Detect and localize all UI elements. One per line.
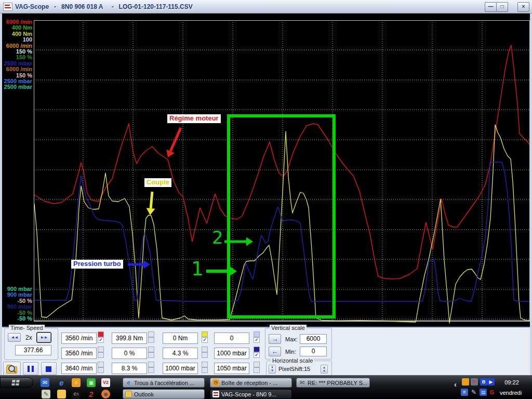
channel-color-swatch bbox=[98, 347, 104, 352]
channel-color-swatch bbox=[202, 331, 208, 337]
rosstech-icon bbox=[212, 391, 219, 397]
tray-clock-icon[interactable] bbox=[462, 378, 469, 385]
start-button[interactable] bbox=[0, 377, 33, 388]
tray-expand-chevron[interactable]: ‹ bbox=[454, 380, 457, 389]
channel-visible-checkbox[interactable] bbox=[202, 352, 208, 358]
left-axis-max-labels: 6000 /min400 Nm400 Nm1006000 /min150 %15… bbox=[2, 19, 32, 90]
command-prompt-icon[interactable]: C:\ bbox=[72, 390, 81, 398]
channel-axis-label: -50 % bbox=[2, 316, 32, 322]
channel-color-swatch bbox=[98, 362, 104, 367]
channel-visible-checkbox[interactable]: ✓ bbox=[98, 337, 104, 343]
notes-icon[interactable]: ✎ bbox=[42, 390, 50, 398]
taskbar-button-boite-reception[interactable]: ◷ Boîte de réception - ... bbox=[210, 378, 292, 388]
readout-pct-3: 4.3 % bbox=[163, 348, 198, 359]
pixelshift-increase-button[interactable]: ▲ ▲ bbox=[321, 365, 328, 374]
tray-network-error-icon[interactable]: ✕ bbox=[471, 378, 478, 385]
readout-misc: 0 bbox=[214, 332, 249, 344]
channel-axis-label: 100 bbox=[2, 37, 32, 43]
firefox-icon[interactable]: ◉ bbox=[101, 390, 110, 398]
channel-color-swatch bbox=[254, 362, 260, 367]
readout-mbar-2: 1000 mbar bbox=[214, 348, 249, 359]
channel-axis-label: 900 mbar bbox=[2, 304, 32, 310]
channel-visible-checkbox[interactable] bbox=[202, 367, 208, 373]
channel-visible-checkbox[interactable] bbox=[98, 352, 104, 358]
channel-color-swatch bbox=[148, 347, 154, 352]
maximize-button[interactable]: □ bbox=[496, 2, 508, 12]
acrobat2-icon[interactable]: 2 bbox=[87, 390, 96, 398]
vcds-clock-icon[interactable]: ○ bbox=[72, 378, 81, 387]
pause-button[interactable] bbox=[23, 362, 38, 375]
tray-bluetooth-icon[interactable]: B bbox=[480, 378, 487, 385]
channel-visible-checkbox[interactable] bbox=[148, 352, 154, 358]
taskbar-button-vag-scope[interactable]: VAG-Scope - 8N0 9... bbox=[210, 389, 292, 399]
channel-color-swatch bbox=[254, 331, 260, 337]
forward-button[interactable]: ►► bbox=[37, 332, 51, 342]
min-label: Min: bbox=[285, 349, 296, 355]
pixelshift-decrease-button[interactable]: ▼ ▼ bbox=[269, 365, 276, 374]
channel-axis-label: 2500 mbar bbox=[2, 84, 32, 90]
tray-layers-icon[interactable]: ≡ bbox=[461, 389, 468, 396]
min-value-field[interactable]: 0 bbox=[300, 347, 327, 356]
close-button[interactable]: × bbox=[517, 2, 529, 12]
taskbar-button-re-mail[interactable]: ✉ RE: *** PROBABLY S... bbox=[296, 378, 370, 388]
stop-button[interactable] bbox=[41, 362, 57, 375]
readout-g3-rpm: 3640 /min bbox=[61, 363, 97, 374]
clock-app-icon: ◷ bbox=[212, 379, 219, 386]
readout-torque: 399.8 Nm bbox=[112, 332, 147, 344]
taskbar-button-trous[interactable]: e Trous à l'accélération ... bbox=[123, 378, 205, 388]
window-title: VAG-Scope - 8N0 906 018 A - LOG-01-120-1… bbox=[15, 3, 193, 10]
taskbar-button-outlook[interactable]: Outlook bbox=[123, 389, 205, 399]
virtualdub-icon[interactable]: V2 bbox=[101, 378, 110, 387]
scale-left-arrow-button[interactable]: ← bbox=[269, 347, 281, 356]
channel-axis-label: 6000 /min bbox=[2, 66, 32, 72]
scale-right-arrow-button[interactable]: → bbox=[269, 334, 281, 344]
clock-time: 09:22 bbox=[495, 379, 529, 385]
windows-flag-icon bbox=[11, 380, 20, 385]
channel-visible-checkbox[interactable] bbox=[254, 367, 260, 373]
control-panel: Time- Speed ◄◄ 2x ►► 377.66 3560 /min 35… bbox=[2, 326, 530, 375]
channel-visible-checkbox[interactable]: ✓ bbox=[254, 352, 260, 358]
minimize-button[interactable]: — bbox=[485, 2, 497, 12]
outlook-express-icon[interactable]: ✉ bbox=[41, 378, 49, 387]
internet-explorer-icon[interactable]: e bbox=[57, 378, 66, 387]
vag-scope-window: VAG-Scope - 8N0 906 018 A - LOG-01-120-1… bbox=[0, 0, 532, 399]
speed-value: 2x bbox=[25, 334, 32, 341]
mail-icon: ✉ bbox=[299, 379, 305, 386]
horizontal-scale-group: Horizontal scale ▼ ▼ PixelShift:15 ▲ ▲ bbox=[266, 361, 332, 377]
readout-g2-rpm: 3560 /min bbox=[61, 348, 97, 359]
readout-pct-2: 8.3 % bbox=[112, 363, 147, 374]
internet-explorer-icon: e bbox=[125, 379, 132, 386]
max-label: Max: bbox=[285, 336, 298, 342]
rewind-button[interactable]: ◄◄ bbox=[8, 333, 21, 342]
channel-color-swatch bbox=[202, 362, 208, 367]
channel-visible-checkbox[interactable]: ✓ bbox=[254, 337, 260, 343]
vertical-scale-label: Vertical scale bbox=[270, 325, 307, 331]
folder-icon bbox=[125, 391, 132, 397]
channel-visible-checkbox[interactable] bbox=[148, 367, 154, 373]
channel-visible-checkbox[interactable]: ✓ bbox=[202, 337, 208, 343]
time-speed-group: Time- Speed ◄◄ 2x ►► 377.66 bbox=[4, 328, 58, 360]
stop-icon bbox=[46, 366, 51, 372]
open-log-button[interactable] bbox=[3, 362, 21, 376]
channel-visible-checkbox[interactable] bbox=[98, 367, 104, 373]
readout-mbar-1: 1000 mbar bbox=[163, 363, 198, 374]
taskbar: ✉e○▣V2✎C:\2◉ e Trous à l'accélération ..… bbox=[0, 375, 532, 399]
pixelshift-value: PixelShift:15 bbox=[278, 366, 310, 372]
max-value-field[interactable]: 6000 bbox=[300, 334, 327, 344]
channel-visible-checkbox[interactable] bbox=[148, 337, 154, 343]
scope-chart-area: 6000 /min400 Nm400 Nm1006000 /min150 %15… bbox=[2, 14, 530, 326]
tray-notebook-icon[interactable]: ▤ bbox=[480, 389, 487, 396]
time-position-field[interactable]: 377.66 bbox=[15, 345, 51, 355]
tray-pen-icon[interactable]: ✎ bbox=[470, 389, 477, 396]
rosstech-logo-icon bbox=[3, 3, 12, 11]
channel-color-swatch bbox=[98, 331, 104, 337]
display-settings-icon[interactable]: ▣ bbox=[87, 378, 96, 387]
horizontal-scale-label: Horizontal scale bbox=[271, 357, 314, 364]
tray-media-player-icon[interactable]: ▶ bbox=[487, 378, 495, 385]
channel-color-swatch bbox=[148, 362, 154, 367]
readout-g1-rpm: 3560 /min bbox=[61, 332, 97, 344]
readout-mbar-3: 1050 mbar bbox=[214, 363, 249, 374]
folder-icon[interactable] bbox=[57, 390, 66, 398]
readout-pct-1: 0 % bbox=[112, 348, 147, 359]
left-axis-min-labels: 900 mbar900 mbar-50 %900 mbar-50 %-50 % bbox=[2, 286, 32, 322]
